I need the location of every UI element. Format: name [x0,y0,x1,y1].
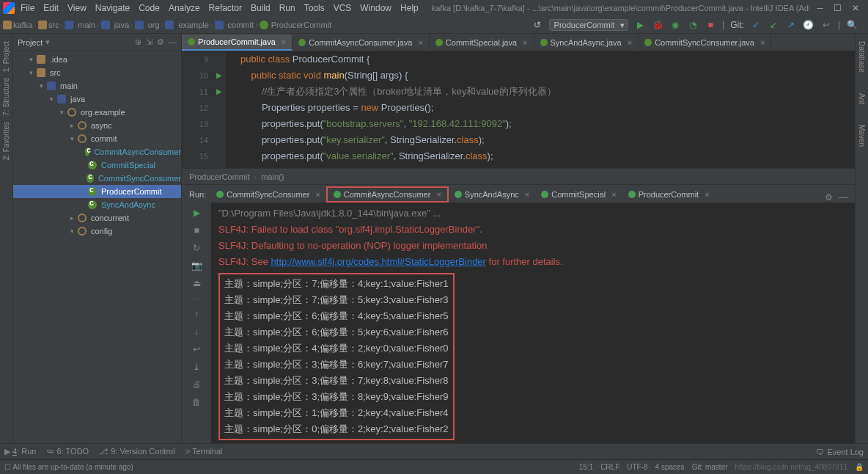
settings-icon[interactable]: ⚙ [157,37,164,47]
git-history-icon[interactable]: 🕘 [803,19,814,31]
console-output[interactable]: "D:\Program Files\Java\jdk1.8.0_144\bin\… [211,203,855,443]
breadcrumb-item[interactable]: org [148,21,160,29]
code-content[interactable]: public class ProducerCommit { public sta… [226,51,855,168]
tree-node-async[interactable]: ▸async [13,119,181,132]
expand-icon[interactable]: ▸ [70,214,76,222]
run-tab[interactable]: CommitSyncConsumer× [210,186,326,203]
editor-tab[interactable]: SyncAndAsync.java× [534,34,639,51]
expand-icon[interactable]: ▾ [70,227,76,235]
run-settings-icon[interactable]: ⚙ [825,192,833,203]
coverage-icon[interactable]: ◉ [669,19,681,31]
lock-icon[interactable]: 🔒 [855,463,864,471]
stop-icon[interactable]: ■ [705,19,716,31]
bc-class[interactable]: ProducerCommit [189,172,250,181]
run-tab[interactable]: SyncAndAsync× [449,186,535,203]
rail-maven[interactable]: Maven [856,122,867,150]
menu-refactor[interactable]: Refactor [205,1,246,15]
menu-view[interactable]: View [63,1,91,15]
down-icon[interactable]: ↓ [189,324,204,339]
bottom-tool-todo[interactable]: ≔ 6: TODO [46,447,89,456]
tree-node-java[interactable]: ▾java [13,92,181,106]
expand-icon[interactable]: ▾ [70,135,76,142]
run-tab[interactable]: CommitAsyncConsumer× [326,186,449,203]
locate-icon[interactable]: ⊕ [135,37,141,47]
tree-node-config[interactable]: ▾config [13,225,181,238]
indent[interactable]: 4 spaces [655,463,685,471]
project-tree[interactable]: ▾.idea▾src▾main▾java▾org.example▸async▾c… [13,51,181,443]
rail-structure[interactable]: 7: Structure [1,75,12,119]
editor-breadcrumb[interactable]: ProducerCommit › main() [182,168,855,184]
run-gutter[interactable]: ▶▶ [213,51,226,168]
event-log-button[interactable]: 🗨 Event Log [816,448,864,456]
clear-icon[interactable]: 🗑 [189,395,204,409]
rerun-icon[interactable]: ▶ [189,205,204,220]
close-run-tab-icon[interactable]: × [611,190,616,199]
breadcrumb-file[interactable]: ProducerCommit [271,21,332,29]
expand-icon[interactable]: ▾ [50,95,56,103]
tree-node-commitspecial[interactable]: CommitSpecial [13,158,181,172]
print-icon[interactable]: 🖨 [189,377,204,392]
menu-build[interactable]: Build [246,1,275,15]
charset[interactable]: UTF-8 [627,463,647,471]
breadcrumb-item[interactable]: src [48,21,59,29]
close-tab-icon[interactable]: × [523,38,527,47]
tree-node-main[interactable]: ▾main [13,79,181,92]
expand-icon[interactable]: ▾ [60,109,66,116]
git-update-icon[interactable]: ✓ [750,19,762,31]
stop-run-icon[interactable]: ■ [189,223,204,238]
run-hide-icon[interactable]: — [839,192,847,203]
menu-tools[interactable]: Tools [300,1,329,15]
close-run-tab-icon[interactable]: × [315,190,320,199]
menu-vcs[interactable]: VCS [329,1,356,15]
tree-node--idea[interactable]: ▾.idea [13,53,181,66]
close-run-tab-icon[interactable]: × [525,190,529,199]
close-icon[interactable]: ✕ [852,3,859,13]
close-run-tab-icon[interactable]: × [436,190,441,199]
close-tab-icon[interactable]: × [418,38,422,47]
tree-node-commitsyncconsumer[interactable]: CommitSyncConsumer [13,172,181,185]
menu-file[interactable]: File [16,1,39,15]
breadcrumb-item[interactable]: java [114,21,129,29]
git-commit-icon[interactable]: ↙ [768,19,779,31]
expand-icon[interactable]: ▾ [40,82,45,90]
tree-node-commit[interactable]: ▾commit [13,132,181,145]
up-icon[interactable]: ↑ [189,307,204,321]
softwrap-icon[interactable]: ↩ [189,342,204,357]
tree-node-src[interactable]: ▾src [13,66,181,79]
tree-node-syncandasync[interactable]: SyncAndAsync [13,198,181,211]
breadcrumb-item[interactable]: kafka [13,21,32,29]
minimize-icon[interactable]: ─ [817,3,823,13]
editor-tab[interactable]: CommitSpecial.java× [430,34,534,51]
rail-ant[interactable]: Ant [856,90,867,107]
editor-tab[interactable]: CommitSyncConsumer.java× [639,34,771,51]
breadcrumb-item[interactable]: commit [228,21,254,29]
editor-tab[interactable]: CommitAsyncConsumer.java× [293,34,430,51]
breadcrumb-item[interactable]: example [178,21,209,29]
exit-icon[interactable]: ⏏ [189,276,204,291]
menu-analyze[interactable]: Analyze [164,1,205,15]
git-branch[interactable]: Git: master [692,463,728,471]
scroll-icon[interactable]: ⤓ [189,360,204,374]
tree-node-concurrent[interactable]: ▸concurrent [13,211,181,225]
run-tab[interactable]: CommitSpecial× [535,186,622,203]
code-editor[interactable]: 910111213141516 ▶▶ public class Producer… [182,51,855,168]
menu-code[interactable]: Code [134,1,164,15]
editor-tab[interactable]: ProducerCommit.java× [182,34,293,51]
bottom-tool-run[interactable]: ▶ 4: Run [4,447,36,456]
close-tab-icon[interactable]: × [282,37,286,46]
menu-navigate[interactable]: Navigate [91,1,134,15]
expand-icon[interactable]: ▾ [29,69,35,76]
rail-favorites[interactable]: 2: Favorites [1,119,12,163]
rail-project[interactable]: 1: Project [1,38,12,75]
menu-window[interactable]: Window [356,1,396,15]
line-sep[interactable]: CRLF [600,463,619,471]
expand-icon[interactable]: ▸ [70,122,76,129]
tree-node-commitasyncconsumer[interactable]: CommitAsyncConsumer [13,145,181,158]
close-run-tab-icon[interactable]: × [705,190,709,199]
debug-icon[interactable]: 🐞 [652,19,663,31]
collapse-icon[interactable]: ⇲ [146,37,152,47]
bottom-tool-terminal[interactable]: > Terminal [185,447,223,456]
dump-icon[interactable]: 📷 [189,258,204,273]
run-config-select[interactable]: ProducerCommit [549,19,629,31]
menu-edit[interactable]: Edit [39,1,63,15]
